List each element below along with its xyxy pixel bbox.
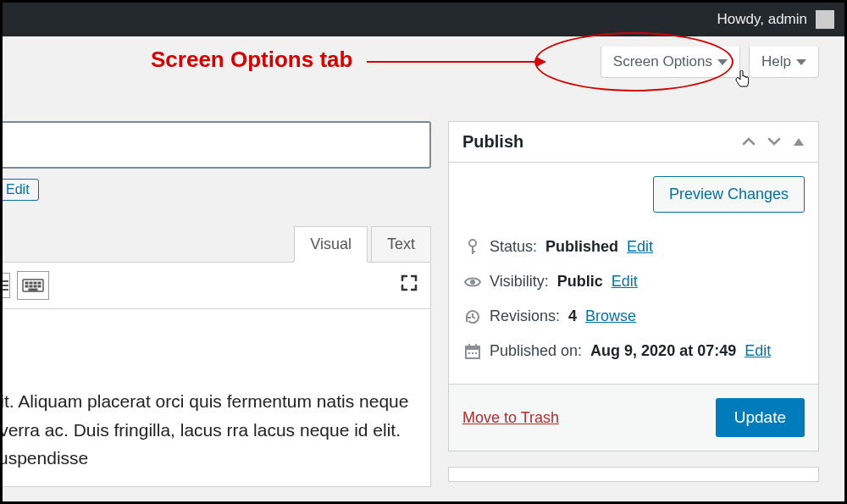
publish-title: Publish (462, 132, 523, 152)
screen-options-label: Screen Options (613, 53, 712, 70)
status-edit-link[interactable]: Edit (627, 238, 653, 256)
status-row: Status: Published Edit (464, 230, 803, 264)
visibility-row: Visibility: Public Edit (464, 264, 803, 299)
svg-rect-4 (25, 282, 28, 284)
edit-permalink-button[interactable]: Edit (0, 179, 39, 201)
revisions-row: Revisions: 4 Browse (464, 299, 803, 334)
svg-rect-9 (30, 285, 32, 287)
next-postbox (448, 467, 819, 482)
annotation-label: Screen Options tab (151, 47, 352, 73)
move-to-trash-link[interactable]: Move to Trash (462, 409, 559, 427)
editor-body[interactable]: elit. Aliquam placerat orci quis ferment… (0, 309, 431, 487)
published-row: Published on: Aug 9, 2020 at 07:49 Edit (464, 334, 803, 368)
publish-header[interactable]: Publish (449, 122, 818, 163)
svg-rect-14 (472, 246, 473, 254)
svg-rect-8 (25, 285, 28, 287)
svg-rect-6 (34, 282, 36, 284)
published-edit-link[interactable]: Edit (745, 342, 771, 360)
calendar-icon (464, 343, 481, 360)
visibility-edit-link[interactable]: Edit (612, 273, 638, 291)
visibility-value: Public (557, 273, 603, 291)
svg-rect-19 (468, 344, 470, 347)
admin-greeting[interactable]: Howdy, admin (717, 11, 807, 28)
svg-rect-18 (466, 346, 479, 350)
columns: / Edit Visual Text elit. (3, 87, 844, 501)
keyboard-icon[interactable] (17, 271, 49, 300)
svg-rect-10 (34, 285, 36, 287)
svg-rect-21 (468, 352, 470, 354)
avatar[interactable] (816, 10, 834, 29)
toolbar-partial-icon[interactable] (0, 273, 10, 298)
publish-misc: Status: Published Edit Visibility: Publi… (449, 226, 818, 384)
post-title-input[interactable] (0, 121, 431, 169)
svg-rect-11 (38, 285, 41, 287)
svg-rect-12 (29, 289, 37, 291)
svg-rect-15 (472, 251, 475, 252)
help-label: Help (761, 53, 791, 70)
svg-rect-5 (30, 282, 32, 284)
publish-actions: Move to Trash Update (449, 384, 818, 451)
visibility-label: Visibility: (490, 273, 549, 291)
main-column: / Edit Visual Text elit. (0, 87, 431, 501)
side-column: Publish Preview Changes Status: Publishe… (448, 87, 819, 501)
history-icon (464, 308, 481, 325)
permalink-row: / Edit (0, 179, 431, 201)
svg-rect-20 (475, 344, 477, 347)
revisions-browse-link[interactable]: Browse (585, 307, 636, 325)
published-value: Aug 9, 2020 at 07:49 (590, 342, 736, 360)
move-down-icon[interactable] (767, 135, 781, 150)
status-label: Status: (490, 238, 537, 256)
svg-rect-2 (0, 289, 8, 291)
svg-point-16 (470, 280, 475, 285)
toggle-icon[interactable] (793, 135, 805, 150)
svg-rect-22 (472, 352, 473, 354)
move-up-icon[interactable] (742, 135, 756, 150)
svg-rect-0 (0, 280, 8, 282)
chevron-down-icon (717, 59, 728, 65)
chevron-down-icon (796, 59, 806, 65)
svg-rect-1 (0, 285, 8, 286)
tab-visual[interactable]: Visual (294, 226, 368, 263)
published-label: Published on: (490, 342, 582, 360)
fullscreen-icon[interactable] (400, 274, 418, 297)
publish-box: Publish Preview Changes Status: Publishe… (448, 121, 819, 451)
admin-bar: Howdy, admin (3, 3, 844, 36)
revisions-value: 4 (568, 307, 577, 325)
svg-point-13 (469, 240, 476, 246)
svg-rect-7 (38, 282, 41, 284)
screen-options-tab[interactable]: Screen Options (601, 47, 740, 78)
update-button[interactable]: Update (716, 398, 805, 437)
svg-rect-23 (475, 352, 477, 354)
key-icon (464, 239, 481, 256)
eye-icon (464, 274, 481, 291)
tab-text[interactable]: Text (371, 226, 431, 263)
preview-changes-button[interactable]: Preview Changes (653, 176, 805, 213)
status-value: Published (545, 238, 618, 256)
help-tab[interactable]: Help (749, 47, 819, 78)
editor-tabs: Visual Text (0, 226, 431, 263)
annotation-arrow (367, 61, 545, 63)
revisions-label: Revisions: (490, 307, 560, 325)
editor-toolbar (0, 262, 431, 309)
